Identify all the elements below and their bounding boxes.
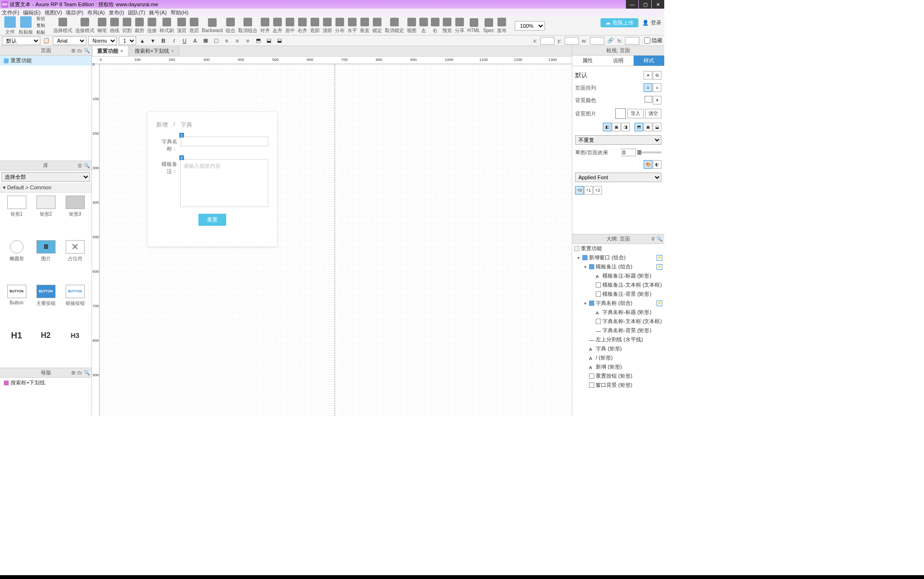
valign-bot-icon[interactable]: ⬓ — [275, 36, 284, 45]
ribbon-切割[interactable]: 切割 — [122, 18, 132, 34]
valign-b-icon[interactable]: ⬓ — [653, 123, 661, 131]
lib-menu-icon[interactable]: ☰ — [78, 163, 82, 168]
close-button[interactable]: ✕ — [652, 0, 664, 9]
ribbon-组合[interactable]: 组合 — [226, 18, 235, 34]
ribbon-分享[interactable]: 分享 — [455, 18, 464, 34]
ribbon-连接[interactable]: 连接 — [147, 18, 157, 34]
style-select[interactable]: 默认 — [2, 36, 40, 45]
outline-search-icon[interactable]: 🔍 — [657, 236, 662, 242]
font-select-insp[interactable]: Applied Font — [575, 173, 661, 182]
coord-w-input[interactable] — [590, 37, 604, 45]
lib-rect2[interactable]: 矩形2 — [32, 196, 59, 238]
ribbon-clipboard[interactable]: 粘贴板 — [19, 16, 33, 35]
page-item[interactable]: 重置功能 — [0, 56, 92, 66]
ribbon-取消锁定[interactable]: 取消锁定 — [385, 18, 404, 34]
lib-search-icon[interactable]: 🔍 — [84, 163, 90, 168]
style-add-icon[interactable]: 📋 — [42, 36, 51, 45]
login-button[interactable]: 👤登录 — [642, 19, 661, 26]
import-button[interactable]: 导入 — [627, 109, 644, 118]
outline-item[interactable]: 重置按钮 (矩形) — [572, 371, 664, 381]
lib-rect1[interactable]: 矩形1 — [3, 196, 30, 238]
ribbon-file[interactable]: 文件 — [4, 16, 16, 35]
guide-vertical[interactable] — [335, 64, 335, 416]
mockup-tab-dict[interactable]: 字典 — [181, 121, 192, 129]
outline-item[interactable]: 字典名称-背景 (矩形) — [572, 326, 664, 335]
ribbon-发布[interactable]: 发布 — [497, 18, 507, 34]
menu-view[interactable]: 视图(V) — [45, 9, 62, 16]
weight-select[interactable]: Normal — [88, 36, 117, 45]
inspector-tab-props[interactable]: 属性 — [572, 56, 603, 66]
menu-publish[interactable]: 发布(I) — [109, 9, 124, 16]
textcolor-icon[interactable]: A — [191, 36, 199, 45]
gray-mode-icon[interactable]: ◐ — [653, 160, 661, 169]
tab-reset[interactable]: 重置功能× — [92, 46, 128, 56]
sketch-input[interactable] — [622, 149, 636, 156]
menu-account[interactable]: 账号(A) — [149, 9, 167, 16]
tab-search[interactable]: 搜索框+下划线× — [129, 46, 179, 56]
valign-mid-icon[interactable]: ⬓ — [265, 36, 273, 45]
template-note-input[interactable]: 请输入描述内容 — [180, 159, 268, 207]
menu-edit[interactable]: 编辑(E) — [23, 9, 41, 16]
pages-search-icon[interactable]: 🔍 — [84, 48, 90, 53]
ribbon-底层[interactable]: 底层 — [189, 18, 199, 34]
outline-item[interactable]: ▾字典名称 (组合)⚡ — [572, 299, 664, 308]
ribbon-居中[interactable]: 居中 — [285, 18, 295, 34]
align-center-icon[interactable]: ≡ — [233, 36, 242, 45]
size-down-icon[interactable]: ▼ — [149, 36, 157, 45]
ribbon-右齐[interactable]: 右齐 — [298, 18, 307, 34]
ribbon-裁剪[interactable]: 裁剪 — [135, 18, 144, 34]
valign-t-icon[interactable]: ⬒ — [635, 123, 643, 131]
lib-button[interactable]: BUTTONButton — [3, 285, 30, 327]
ribbon-左[interactable]: 左 — [419, 18, 428, 34]
repeat-select[interactable]: 不重复 — [575, 135, 661, 145]
style-manage-icon[interactable]: ⧉ — [653, 71, 661, 80]
ribbon-左齐[interactable]: 左齐 — [273, 18, 282, 34]
tab-close-icon[interactable]: × — [120, 48, 123, 54]
outline-item[interactable]: 字典名称-标题 (矩形) — [572, 308, 664, 317]
ribbon-钢笔[interactable]: 钢笔 — [97, 18, 107, 34]
clear-button[interactable]: 清空 — [645, 109, 661, 118]
outline-item[interactable]: / (矩形) — [572, 353, 664, 362]
bold-icon[interactable]: B — [159, 36, 168, 45]
size-up-icon[interactable]: ▲ — [138, 36, 147, 45]
menu-help[interactable]: 帮助(H) — [171, 9, 188, 16]
menu-file[interactable]: 文件(F) — [2, 9, 19, 16]
interaction-icon[interactable]: ⚡ — [657, 301, 662, 306]
outline-item[interactable]: 字典名称-文本框 (文本框) — [572, 317, 664, 326]
valign-m-icon[interactable]: ▣ — [644, 123, 652, 131]
plus2-button[interactable]: +2 — [593, 186, 602, 195]
lock-aspect-icon[interactable]: 🔗 — [606, 36, 615, 45]
font-select[interactable]: Arial — [53, 36, 86, 45]
ribbon-对齐[interactable]: 对齐 — [260, 18, 270, 34]
ribbon-连接模式[interactable]: 连接模式 — [75, 18, 94, 34]
reset-button[interactable]: 重置 — [198, 214, 226, 226]
menu-project[interactable]: 项目(P) — [66, 9, 83, 16]
bgcolor-dropdown-icon[interactable]: ▾ — [653, 96, 661, 104]
outline-root[interactable]: 重置功能 — [572, 244, 664, 253]
lib-h1[interactable]: H1 — [3, 329, 30, 365]
ruler-vertical[interactable]: 0100200300400500600700800900 — [92, 64, 100, 416]
border-icon[interactable]: ▢ — [212, 36, 220, 45]
mockup-tab-new[interactable]: 新增 — [156, 121, 168, 129]
sketch-slider[interactable] — [637, 151, 661, 153]
page-align-left-icon[interactable]: ≡ — [644, 83, 652, 92]
bgimg-preview[interactable] — [615, 108, 626, 119]
inspector-tab-notes[interactable]: 说明 — [603, 56, 634, 66]
inspector-tab-style[interactable]: 样式 — [634, 56, 664, 66]
hidden-checkbox[interactable]: 隐藏 — [644, 37, 662, 44]
ribbon-样式刷[interactable]: 样式刷 — [160, 18, 174, 34]
outline-item[interactable]: 字典 (矩形) — [572, 344, 664, 353]
ruler-horizontal[interactable]: 0100200300400500600700800900100011001200… — [92, 57, 572, 64]
ribbon-Backward[interactable]: Backward — [202, 18, 223, 33]
plus0-button[interactable]: +0 — [575, 186, 584, 195]
lib-link-button[interactable]: BUTTON链接按钮 — [61, 285, 89, 327]
outline-item[interactable]: 左上分割线 (水平线) — [572, 335, 664, 344]
canvas[interactable]: 新增 / 字典 1 字典名称： 2 模板备注： 请输入描述内容 重置 — [100, 64, 572, 416]
outline-item[interactable]: 模板备注-标题 (矩形) — [572, 271, 664, 280]
interaction-icon[interactable]: ⚡ — [657, 264, 662, 270]
size-select[interactable]: 13 — [119, 36, 136, 45]
masters-folder-icon[interactable]: 🗀 — [77, 370, 82, 375]
outline-item[interactable]: ▾模板备注 (组合)⚡ — [572, 262, 664, 271]
outline-item[interactable]: 新增 (矩形) — [572, 362, 664, 371]
ribbon-copy[interactable]: 复制 — [36, 23, 45, 29]
